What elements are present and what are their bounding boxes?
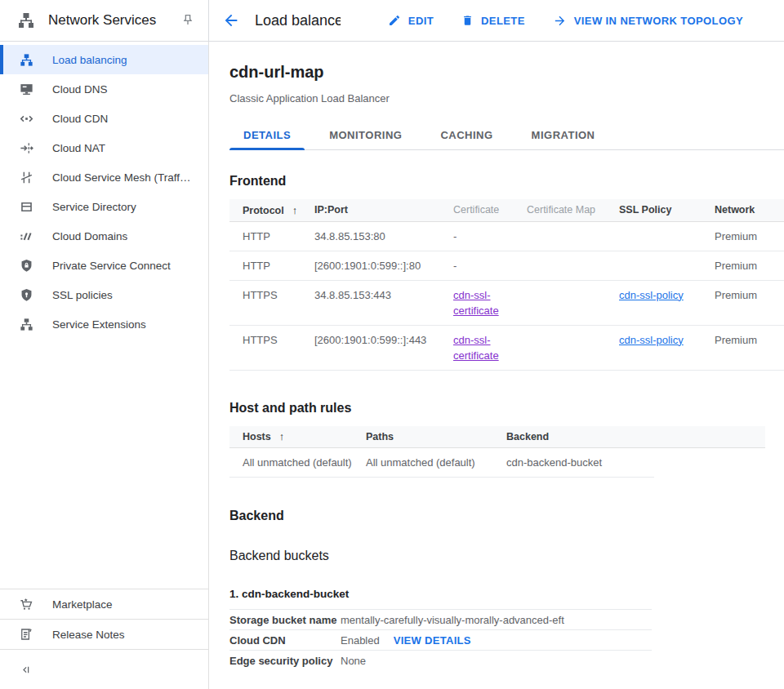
sidebar-item-marketplace[interactable]: Marketplace [0,589,208,619]
cell-paths: All unmatched (default) [366,448,506,478]
cell-ssl-policy: cdn-ssl-policy [619,325,715,370]
network-services-logo-icon [16,11,36,30]
cell-network: Premium [715,280,784,325]
kv-key: Cloud CDN [229,634,341,647]
column-header-certificate[interactable]: Certificate [453,199,527,221]
sidebar-item-label: Cloud CDN [52,113,108,125]
cloud-dns-icon [16,82,36,97]
resource-subtitle: Classic Application Load Balancer [229,92,784,104]
sidebar-item-label: Release Notes [52,629,125,641]
tab-monitoring[interactable]: MONITORING [315,120,416,149]
backend-bucket-details: Storage bucket name mentally-carefully-v… [229,609,652,671]
cell-protocol: HTTPS [229,280,314,325]
row-divider [229,477,654,478]
ssl-policy-link[interactable]: cdn-ssl-policy [619,289,684,301]
column-header-certificate-map[interactable]: Certificate Map [527,199,619,221]
shield-key-icon [16,287,36,303]
pin-icon[interactable] [179,11,197,29]
kv-value: None [341,655,366,667]
tab-caching[interactable]: CACHING [426,120,506,149]
delete-button[interactable]: DELETE [461,14,525,27]
sidebar-item-cloud-nat[interactable]: Cloud NAT [0,133,208,162]
cell-ip-port: [2600:1901:0:599::]:443 [314,325,453,370]
cell-backend: cdn-backend-bucket [506,448,765,478]
cell-network: Premium [715,325,784,370]
tab-details[interactable]: DETAILS [229,120,305,149]
ssl-policy-link[interactable]: cdn-ssl-policy [619,334,684,346]
backend-heading: Backend [229,509,784,523]
cloud-cdn-icon [16,111,36,127]
view-details-link[interactable]: VIEW DETAILS [394,634,471,647]
frontend-header-row: Protocol↑ IP:Port Certificate Certificat… [229,199,784,221]
cell-ip-port: [2600:1901:0:599::]:80 [314,251,453,280]
sidebar-item-cloud-service-mesh[interactable]: Cloud Service Mesh (Traff… [0,162,208,192]
shield-lock-icon [16,258,36,273]
cell-certificate: - [453,221,527,251]
cell-certificate-map [527,221,619,251]
resource-title: cdn-url-map [229,63,784,82]
back-arrow-icon[interactable] [219,8,243,33]
sort-ascending-icon: ↑ [279,430,285,442]
column-header-protocol[interactable]: Protocol↑ [229,199,314,221]
cell-ssl-policy: cdn-ssl-policy [619,280,715,325]
column-header-paths[interactable]: Paths [366,426,506,448]
column-header-network[interactable]: Network [715,199,784,221]
service-directory-icon [16,199,36,215]
main-content: cdn-url-map Classic Application Load Bal… [210,42,784,689]
sidebar-item-service-extensions[interactable]: Service Extensions [0,309,208,339]
frontend-table-wrap: Protocol↑ IP:Port Certificate Certificat… [229,189,784,371]
cloud-domains-icon [16,229,36,244]
column-header-ssl-policy[interactable]: SSL Policy [619,199,715,221]
sidebar-item-cloud-cdn[interactable]: Cloud CDN [0,104,208,133]
trash-icon [461,14,474,27]
sidebar-item-ssl-policies[interactable]: SSL policies [0,280,208,309]
app-bar-product-section: Network Services [0,0,209,41]
sidebar-item-label: Cloud Service Mesh (Traff… [52,171,191,184]
host-path-header-row: Hosts↑ Paths Backend [229,426,765,448]
delete-button-label: DELETE [481,15,525,27]
marketplace-cart-icon [16,597,36,612]
arrow-right-icon [553,14,567,28]
column-header-hosts[interactable]: Hosts↑ [229,426,366,448]
pencil-icon [388,14,401,27]
sidebar-collapse-row [0,649,208,689]
cell-certificate: cdn-ssl-certificate [453,325,527,370]
certificate-link[interactable]: cdn-ssl-certificate [453,289,499,317]
cell-ip-port: 34.8.85.153:443 [314,280,453,325]
cell-network: Premium [715,251,784,280]
sidebar-item-label: Cloud Domains [52,230,127,242]
cell-protocol: HTTP [229,221,314,251]
sidebar-item-private-service-connect[interactable]: Private Service Connect [0,251,208,280]
host-path-rules-table: Hosts↑ Paths Backend All unmatched (defa… [229,426,765,478]
certificate-link[interactable]: cdn-ssl-certificate [453,334,499,362]
column-header-backend[interactable]: Backend [506,426,765,448]
sidebar-item-label: Marketplace [52,598,113,611]
sidebar-item-cloud-domains[interactable]: Cloud Domains [0,221,208,251]
sidebar-item-cloud-dns[interactable]: Cloud DNS [0,74,208,104]
edit-button[interactable]: EDIT [388,14,434,27]
app-bar-page-section: Load balancer… EDIT DELETE VIEW IN NETWO… [209,0,784,41]
page-actions: EDIT DELETE VIEW IN NETWORK TOPOLOGY [388,14,771,28]
sidebar-item-load-balancing[interactable]: Load balancing [0,45,208,74]
cell-certificate: - [453,251,527,280]
column-header-ip-port[interactable]: IP:Port [314,199,453,221]
service-mesh-icon [16,170,36,185]
sidebar: Load balancing Cloud DNS Cloud CDN Cloud… [0,42,209,689]
release-notes-icon [16,627,36,642]
kv-value: Enabled [341,634,380,647]
sidebar-item-label: Private Service Connect [52,260,171,272]
page-title: Load balancer… [255,12,341,29]
view-in-network-topology-button[interactable]: VIEW IN NETWORK TOPOLOGY [553,14,743,28]
kv-row-cloud-cdn: Cloud CDN Enabled VIEW DETAILS [229,629,652,650]
backend-buckets-subheading: Backend buckets [229,549,784,563]
product-title: Network Services [48,12,179,29]
sidebar-item-service-directory[interactable]: Service Directory [0,192,208,221]
kv-row-storage-bucket: Storage bucket name mentally-carefully-v… [229,609,652,629]
cell-certificate: cdn-ssl-certificate [453,280,527,325]
tab-migration[interactable]: MIGRATION [518,120,609,149]
sidebar-item-label: Cloud DNS [52,83,108,96]
app-bar: Network Services Load balancer… EDIT DEL… [0,0,784,42]
sidebar-item-release-notes[interactable]: Release Notes [0,619,208,649]
collapse-sidebar-icon[interactable] [20,664,32,676]
sidebar-footer: Marketplace Release Notes [0,589,208,689]
